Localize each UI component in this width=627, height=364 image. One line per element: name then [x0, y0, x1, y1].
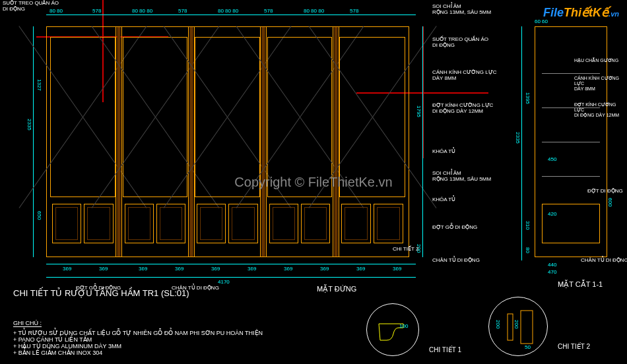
drawing-main-title: CHI TIẾT TỦ RƯỢU TẦNG HẦM TR1 (SL:01): [13, 288, 189, 298]
note-item: HẬU TỦ DÙNG ALUMINUM DÀY 3MM: [13, 343, 263, 349]
label-dot-kinh-section: ĐỢT KÍNH CƯỜNG LỰCDI ĐỘNG DÀY 12MM: [574, 102, 624, 118]
dim-detail1-100: 100: [399, 323, 408, 329]
bay-glass-panel: [267, 37, 333, 197]
dim-section-470: 470: [548, 269, 556, 275]
svg-rect-1: [521, 311, 533, 344]
dim-bottom-369: 369: [175, 266, 183, 272]
section-lower-cabinet: [542, 204, 600, 243]
dim-bottom-4170: 4170: [218, 279, 230, 285]
dim-top-578: 578: [264, 8, 273, 14]
dim-line: [33, 26, 34, 257]
watermark-logo: FileThiếtKế.vn: [543, 5, 619, 20]
svg-rect-0: [508, 314, 513, 340]
detail-1-circle: [366, 303, 419, 356]
drawing-notes: GHI CHÚ : TỦ RƯỢU SỬ DỤNG CHẤT LIỆU GỖ T…: [13, 320, 263, 356]
section-shelf: [542, 142, 600, 142]
elevation-frame: [46, 26, 409, 257]
bay-glass-panel: [195, 37, 260, 197]
dim-left-2335: 2335: [26, 119, 32, 131]
bay-lower-doors: [125, 204, 186, 243]
dim-bottom-369: 369: [248, 266, 256, 272]
dim-bottom-369: 369: [393, 266, 401, 272]
label-dot-go: ĐỢT GỖ DI ĐỘNG: [432, 224, 477, 230]
detail-1-label: CHI TIẾT 1: [429, 346, 461, 353]
label-khoa-tu-2: KHÓA TỦ: [432, 197, 455, 202]
cabinet-bay: [264, 27, 337, 257]
dim-line: [422, 26, 423, 257]
bay-lower-doors: [341, 204, 403, 243]
label-soi-chi-am-2: SOI CHỈ ÂMRỘNG 13MM, SÂU 5MM: [432, 170, 491, 182]
note-item: BẢN LỀ GIẢM CHẤN INOX 304: [13, 349, 263, 356]
detail-1-profile: [367, 304, 420, 357]
detail-2-label: CHI TIẾT 2: [558, 343, 590, 350]
dim-top-578: 578: [178, 8, 187, 14]
dim-bottom-369: 369: [211, 266, 220, 272]
label-khoa-tu: KHÓA TỦ: [432, 148, 455, 154]
dim-bottom-369: 369: [139, 266, 147, 272]
dim-bottom-369: 369: [99, 266, 108, 272]
bay-lower-doors: [52, 204, 114, 243]
label-dot-kinh: ĐỢT KÍNH CƯỜNG LỰCDI ĐỘNG DÀY 12MM: [432, 102, 493, 114]
dim-section-450: 450: [548, 156, 556, 162]
label-dot-di-dong: ĐỢT DI ĐỘNG: [587, 188, 623, 194]
cabinet-bay: [191, 27, 264, 257]
dim-section-1395: 1395: [525, 92, 531, 104]
dim-detail2-200: 200: [495, 320, 501, 328]
dim-line: [46, 264, 416, 264]
dim-section-310: 310: [525, 221, 531, 229]
dim-line: [46, 277, 416, 278]
dim-top-80: 80 80 80: [218, 8, 238, 14]
label-canh-kinh-section: CÁNH KÍNH CƯỜNG LỰCDÀY 8MM: [574, 76, 624, 91]
dim-top-80: 80 80 80: [304, 8, 324, 14]
bay-glass-panel: [123, 37, 188, 197]
cabinet-bay: [119, 27, 192, 257]
dim-left-650: 650: [36, 211, 42, 220]
label-chan-tu: CHÂN TỦ DI ĐỘNG: [432, 257, 480, 263]
bay-glass-panel: [50, 37, 116, 197]
dim-bottom-369: 369: [356, 266, 365, 272]
note-item: PANO CÁNH TỦ LIỀN TẤM: [13, 336, 263, 343]
label-canh-kinh: CÁNH KÍNH CƯỜNG LỰCDÀY 8MM: [432, 69, 496, 81]
logo-part-file: File: [543, 6, 564, 19]
elevation-drawing: [46, 26, 409, 257]
bay-lower-doors: [269, 204, 331, 243]
dim-top-578: 578: [92, 8, 101, 14]
label-suot-treo-right: SUỐT TREO QUẦN ÁODI ĐỘNG: [432, 36, 488, 48]
note-item: TỦ RƯỢU SỬ DỤNG CHẤT LIỆU GỖ TỰ NHIÊN GỖ…: [13, 330, 263, 336]
logo-part-thietke: ThiếtKế: [564, 6, 609, 19]
dim-left-1327: 1327: [36, 79, 42, 91]
bay-glass-panel: [339, 37, 405, 197]
dim-right-1795: 1795: [416, 106, 422, 117]
dim-section-600: 600: [607, 198, 613, 206]
label-suot-treo: SUỐT TREO QUẦN ÁODI ĐỘNG: [3, 0, 59, 12]
dim-section-440: 440: [548, 262, 556, 268]
dim-bottom-369: 369: [320, 266, 329, 272]
cabinet-bay: [336, 27, 409, 257]
dim-top-80-center: 80 80 80: [132, 8, 152, 14]
dim-section-2335: 2335: [515, 132, 521, 144]
dim-line: [521, 26, 522, 260]
label-chan-tu-section: CHÂN TỦ DI ĐỘNG: [581, 257, 627, 263]
section-title: MẶT CẮT 1-1: [558, 280, 603, 289]
dim-detail2-50: 50: [525, 344, 531, 350]
cabinet-bay: [47, 27, 119, 257]
logo-part-vn: .vn: [609, 10, 619, 18]
notes-title: GHI CHÚ :: [13, 320, 42, 327]
dim-bottom-369: 369: [284, 266, 292, 272]
bay-lower-doors: [197, 204, 258, 243]
section-shelf: [542, 73, 600, 74]
elevation-title: MẶT ĐỨNG: [317, 285, 356, 293]
dim-top-578: 578: [350, 8, 358, 14]
dim-section-420: 420: [548, 211, 556, 217]
label-chi-tiet-2: CHI TIẾT 2: [393, 246, 418, 252]
dim-line: [46, 15, 416, 15]
label-hau-chan-guong: HẬU CHẮN GƯƠNG: [574, 58, 624, 63]
section-shelf: [542, 176, 600, 177]
dim-section-80: 80: [525, 247, 531, 253]
label-soi-chi-am: SOI CHỈ ÂMRỘNG 13MM, SÂU 5MM: [432, 3, 491, 15]
dim-bottom-369: 369: [63, 266, 71, 272]
dim-detail2-200b: 200: [513, 320, 519, 328]
